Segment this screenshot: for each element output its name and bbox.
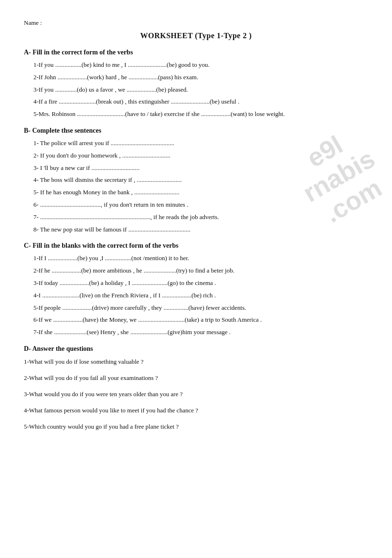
list-item: 7-If she .....................(see) Henr… — [33, 327, 368, 337]
section-a-header: A- Fill in the correct form of the verbs — [24, 49, 368, 56]
name-line: Name : — [24, 19, 368, 27]
list-item: 3-If you ..............(do) us a favor ,… — [33, 85, 368, 95]
list-item: 5- If he has enough Money in the bank , … — [33, 188, 368, 198]
list-item: 1-If you .................(be) kind to m… — [33, 60, 368, 70]
list-item: 2-If John ...................(work) hard… — [33, 73, 368, 83]
list-item: 1-If I ...................(be) you ,I ..… — [33, 253, 368, 263]
section-c: C- Fill in the blanks with the correct f… — [24, 242, 368, 337]
section-b: B- Complete thse sentences 1- The police… — [24, 127, 368, 234]
section-b-header: B- Complete thse sentences — [24, 127, 368, 135]
worksheet-title: WORKSHEET (Type 1-Type 2 ) — [24, 32, 368, 40]
list-item: 4- The boss will dismiss the secretary i… — [33, 175, 368, 185]
section-a: A- Fill in the correct form of the verbs… — [24, 49, 368, 119]
list-item: 1-What will you do if lose something val… — [24, 357, 368, 367]
list-item: 5-Mrs. Robinson ........................… — [33, 109, 368, 119]
list-item: 4-If a fire ........................(bre… — [33, 97, 368, 107]
list-item: 5-If people ...................(drive) m… — [33, 303, 368, 313]
list-item: 2-What will you do if you fail all your … — [24, 373, 368, 383]
list-item: 3- I 'll buy a new car if ..............… — [33, 163, 368, 173]
section-d: D- Answer the questions 1-What will you … — [24, 345, 368, 432]
list-item: 3-What would you do if you were ten year… — [24, 389, 368, 400]
list-item: 6- .....................................… — [33, 200, 368, 210]
list-item: 5-Which country would you go if you had … — [24, 421, 368, 432]
list-item: 8- The new pop star will be famous if ..… — [33, 225, 368, 235]
list-item: 4-What famous person would you like to m… — [24, 405, 368, 416]
list-item: 3-If today ...................(be) a hol… — [33, 278, 368, 288]
list-item: 1- The police will arrest you if .......… — [33, 138, 368, 148]
list-item: 2-If he ...................(be) more amb… — [33, 266, 368, 276]
section-d-header: D- Answer the questions — [24, 345, 368, 353]
list-item: 2- If you don't do your homework , .....… — [33, 151, 368, 161]
section-c-header: C- Fill in the blanks with the correct f… — [24, 242, 368, 250]
list-item: 6-If we ...................(have) the Mo… — [33, 315, 368, 325]
list-item: 7- .....................................… — [33, 212, 368, 222]
list-item: 4-I ........................(live) on th… — [33, 291, 368, 301]
